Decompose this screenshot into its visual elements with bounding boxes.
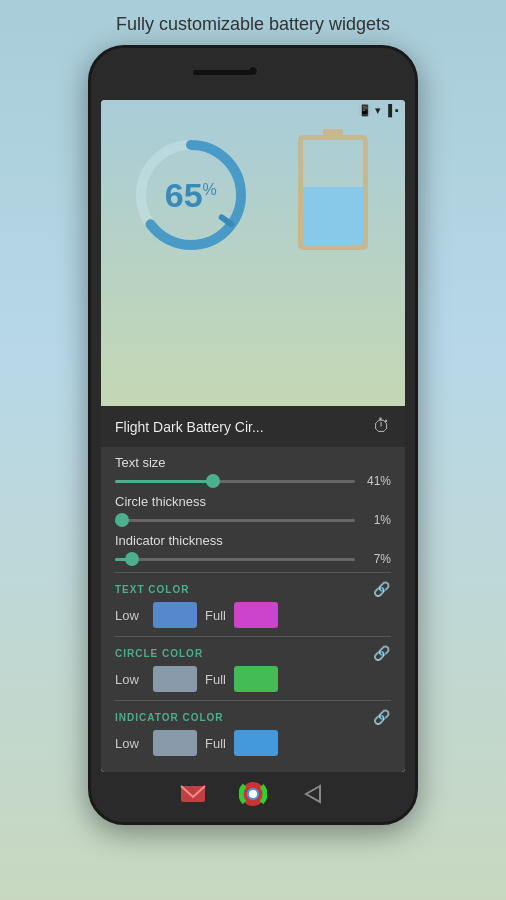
text-size-thumb[interactable] bbox=[206, 474, 220, 488]
circle-color-full-label: Full bbox=[205, 672, 226, 687]
text-color-full-swatch[interactable] bbox=[234, 602, 278, 628]
battery-cap bbox=[323, 129, 343, 136]
widget-area: 65% bbox=[101, 125, 405, 265]
battery-fill bbox=[303, 187, 363, 245]
text-size-fill bbox=[115, 480, 213, 483]
circle-color-row: Low Full bbox=[115, 666, 391, 692]
text-color-row: Low Full bbox=[115, 602, 391, 628]
chrome-app-icon[interactable] bbox=[237, 778, 269, 810]
indicator-color-section: INDICATOR COLOR 🔗 Low Full bbox=[115, 709, 391, 756]
circle-color-low-label: Low bbox=[115, 672, 145, 687]
text-size-track[interactable] bbox=[115, 480, 355, 483]
power-button[interactable] bbox=[415, 198, 418, 218]
history-icon[interactable]: ⏱ bbox=[373, 416, 391, 437]
back-button[interactable] bbox=[297, 778, 329, 810]
indicator-color-low-label: Low bbox=[115, 736, 145, 751]
divider-3 bbox=[115, 700, 391, 701]
rect-battery-widget bbox=[290, 135, 375, 255]
divider-2 bbox=[115, 636, 391, 637]
circle-color-title: CIRCLE COLOR 🔗 bbox=[115, 645, 391, 661]
page-title: Fully customizable battery widgets bbox=[116, 14, 390, 35]
circle-battery-widget: 65% bbox=[131, 135, 251, 255]
text-color-link-icon[interactable]: 🔗 bbox=[373, 581, 391, 597]
panel-header: Flight Dark Battery Cir... ⏱ bbox=[101, 406, 405, 447]
circle-color-full-swatch[interactable] bbox=[234, 666, 278, 692]
indicator-color-low-swatch[interactable] bbox=[153, 730, 197, 756]
panel-body: Text size 41% Circle thickness bbox=[101, 447, 405, 772]
circle-thickness-value: 1% bbox=[363, 513, 391, 527]
text-color-title: TEXT COLOR 🔗 bbox=[115, 581, 391, 597]
circle-thickness-label: Circle thickness bbox=[115, 494, 391, 509]
text-size-label: Text size bbox=[115, 455, 391, 470]
divider-1 bbox=[115, 572, 391, 573]
email-app-icon[interactable] bbox=[177, 778, 209, 810]
phone-speaker bbox=[193, 70, 253, 75]
indicator-thickness-value: 7% bbox=[363, 552, 391, 566]
indicator-color-title: INDICATOR COLOR 🔗 bbox=[115, 709, 391, 725]
circle-color-section: CIRCLE COLOR 🔗 Low Full bbox=[115, 645, 391, 692]
battery-status-icon: ▪ bbox=[395, 104, 399, 116]
svg-marker-8 bbox=[306, 786, 320, 802]
text-color-full-label: Full bbox=[205, 608, 226, 623]
panel-title: Flight Dark Battery Cir... bbox=[115, 419, 264, 435]
indicator-thickness-label: Indicator thickness bbox=[115, 533, 391, 548]
text-color-low-label: Low bbox=[115, 608, 145, 623]
vibrate-icon: 📳 bbox=[358, 104, 372, 117]
status-bar: 📳 ▾ ▐ ▪ bbox=[101, 100, 405, 120]
signal-icon: ▐ bbox=[384, 104, 392, 116]
indicator-thickness-thumb[interactable] bbox=[125, 552, 139, 566]
text-color-low-swatch[interactable] bbox=[153, 602, 197, 628]
text-size-value: 41% bbox=[363, 474, 391, 488]
phone-shell: 📳 ▾ ▐ ▪ 65% bbox=[88, 45, 418, 825]
circle-percent: 65% bbox=[165, 176, 217, 215]
settings-panel: Flight Dark Battery Cir... ⏱ Text size 4… bbox=[101, 406, 405, 772]
indicator-thickness-track[interactable] bbox=[115, 558, 355, 561]
phone-screen: 📳 ▾ ▐ ▪ 65% bbox=[101, 100, 405, 772]
indicator-color-row: Low Full bbox=[115, 730, 391, 756]
indicator-color-full-label: Full bbox=[205, 736, 226, 751]
phone-bottom-nav bbox=[177, 778, 329, 810]
indicator-color-full-swatch[interactable] bbox=[234, 730, 278, 756]
indicator-color-link-icon[interactable]: 🔗 bbox=[373, 709, 391, 725]
text-color-section: TEXT COLOR 🔗 Low Full bbox=[115, 581, 391, 628]
circle-thickness-track[interactable] bbox=[115, 519, 355, 522]
wifi-icon: ▾ bbox=[375, 104, 381, 117]
volume-button[interactable] bbox=[88, 168, 91, 198]
indicator-thickness-section: Indicator thickness 7% bbox=[115, 533, 391, 566]
circle-thickness-thumb[interactable] bbox=[115, 513, 129, 527]
svg-point-7 bbox=[249, 790, 257, 798]
circle-thickness-section: Circle thickness 1% bbox=[115, 494, 391, 527]
circle-color-low-swatch[interactable] bbox=[153, 666, 197, 692]
circle-color-link-icon[interactable]: 🔗 bbox=[373, 645, 391, 661]
text-size-section: Text size 41% bbox=[115, 455, 391, 488]
